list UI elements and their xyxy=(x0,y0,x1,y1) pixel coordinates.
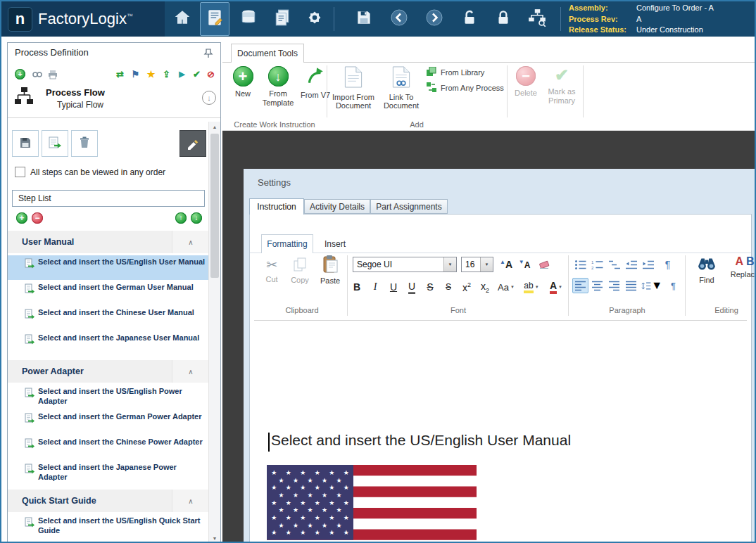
highlight-color-button[interactable]: ab▼ xyxy=(520,278,543,296)
font-family-select[interactable]: Segoe UI ▼ xyxy=(353,257,457,272)
bullet-list-button[interactable] xyxy=(572,257,588,272)
expand-flow-icon[interactable]: ↓ xyxy=(202,91,216,105)
editor-canvas[interactable]: Select and insert the US/English User Ma… xyxy=(250,321,751,543)
star-icon[interactable]: ★ xyxy=(144,68,158,81)
strikethrough-button[interactable]: S xyxy=(422,278,439,296)
step-item[interactable]: Select and insert the German Quick Start… xyxy=(8,539,209,543)
shrink-font-button[interactable]: ▼A xyxy=(516,255,533,274)
pilcrow-button[interactable]: ¶ xyxy=(660,257,676,272)
link-icon[interactable] xyxy=(30,68,44,81)
align-center-button[interactable] xyxy=(589,278,605,293)
chevron-down-icon[interactable]: ▼ xyxy=(480,257,493,272)
export-icon[interactable]: ⇪ xyxy=(160,68,173,81)
replace-button[interactable]: A B Replace xyxy=(726,255,756,279)
collapse-chevron-icon[interactable]: ∧ xyxy=(172,231,209,253)
font-size-select[interactable]: 16 ▼ xyxy=(461,257,493,272)
back-button[interactable] xyxy=(384,5,414,33)
pin-icon[interactable] xyxy=(203,49,213,61)
tab-activity-details[interactable]: Activity Details xyxy=(304,199,370,214)
step-item[interactable]: Select and insert the Chinese Power Adap… xyxy=(8,435,209,460)
save-button[interactable] xyxy=(349,5,379,33)
scroll-down-icon[interactable]: ▼ xyxy=(209,533,220,543)
group-header-user-manual[interactable]: User Manual∧ xyxy=(8,231,209,253)
add-step-icon[interactable]: + xyxy=(16,212,27,224)
print-icon[interactable] xyxy=(46,68,59,81)
tab-insert[interactable]: Insert xyxy=(315,236,355,253)
view-order-checkbox[interactable] xyxy=(15,167,25,177)
clear-formatting-button[interactable] xyxy=(536,255,553,274)
change-case-button[interactable]: Aa▼ xyxy=(495,278,517,296)
align-left-button[interactable] xyxy=(572,278,588,293)
scroll-up-icon[interactable]: ▲ xyxy=(209,122,220,132)
from-any-process-button[interactable]: From Any Process xyxy=(427,82,504,94)
group-header-power-adapter[interactable]: Power Adapter∧ xyxy=(8,360,209,383)
home-button[interactable] xyxy=(168,5,197,33)
delete-instruction-button[interactable]: − Delete xyxy=(511,66,541,98)
move-down-icon[interactable]: ↓ xyxy=(191,212,202,224)
add-icon[interactable]: + xyxy=(15,69,25,79)
step-item[interactable]: Select and insert the US/English Power A… xyxy=(8,385,209,409)
lock-button[interactable] xyxy=(489,5,518,33)
step-item[interactable]: Select and insert the Japanese User Manu… xyxy=(8,331,209,356)
formatting-marks-button[interactable]: ¶ xyxy=(665,278,681,293)
collapse-chevron-icon[interactable]: ∧ xyxy=(172,490,209,512)
process-definition-button[interactable] xyxy=(200,2,229,36)
panel-scrollbar[interactable]: ▲ ▼ xyxy=(208,122,220,543)
step-item[interactable]: Select and insert the German Power Adapt… xyxy=(8,410,209,435)
tab-formatting[interactable]: Formatting xyxy=(261,234,313,253)
ok-icon[interactable]: ✔ xyxy=(190,68,203,81)
from-template-button[interactable]: ↓ From Template xyxy=(258,66,298,107)
grow-font-button[interactable]: ▲A xyxy=(498,255,515,274)
new-instruction-button[interactable]: + New xyxy=(229,66,256,98)
unlock-button[interactable] xyxy=(455,5,484,33)
numbered-list-button[interactable]: 12 xyxy=(589,257,605,272)
copy-button[interactable]: Copy xyxy=(286,257,313,284)
from-library-button[interactable]: From Library xyxy=(427,67,484,78)
tab-part-assignments[interactable]: Part Assignments xyxy=(370,199,448,214)
save-step-button[interactable] xyxy=(12,130,39,157)
view-order-option[interactable]: All steps can be viewed in any order xyxy=(15,167,209,177)
step-item[interactable]: Select and insert the German User Manual xyxy=(8,281,209,305)
remove-step-icon[interactable]: − xyxy=(32,212,43,224)
subscript-button[interactable]: x2 xyxy=(477,278,493,296)
step-item[interactable]: Select and insert the Chinese User Manua… xyxy=(8,306,209,331)
flag-icon[interactable]: ⚑ xyxy=(129,68,142,81)
delete-step-button[interactable] xyxy=(71,130,98,157)
edit-step-button[interactable] xyxy=(179,130,206,157)
chevron-down-icon[interactable]: ▼ xyxy=(443,257,456,272)
link-to-document-button[interactable]: Link To Document xyxy=(379,66,424,110)
process-search-button[interactable] xyxy=(522,5,552,33)
block-icon[interactable]: ⊘ xyxy=(204,68,218,81)
underline-button[interactable]: U xyxy=(385,278,402,296)
double-underline-button[interactable]: U xyxy=(403,278,420,296)
font-color-button[interactable]: A▼ xyxy=(546,278,567,296)
tab-document-tools[interactable]: Document Tools xyxy=(231,44,304,63)
justify-button[interactable] xyxy=(623,278,639,293)
align-right-button[interactable] xyxy=(606,278,622,293)
cut-button[interactable]: ✂ Cut xyxy=(260,257,284,283)
double-strikethrough-button[interactable]: S xyxy=(440,278,457,296)
paste-button[interactable]: Paste xyxy=(316,255,344,285)
move-up-icon[interactable]: ↑ xyxy=(175,212,187,224)
group-header-quick-start-guide[interactable]: Quick Start Guide∧ xyxy=(8,490,209,512)
find-button[interactable]: Find xyxy=(691,255,723,284)
multilevel-list-button[interactable] xyxy=(606,257,622,272)
forward-button[interactable] xyxy=(420,5,449,33)
run-icon[interactable]: ▶ xyxy=(175,68,189,81)
settings-button[interactable] xyxy=(300,5,329,33)
reports-button[interactable] xyxy=(267,5,297,33)
tab-instruction[interactable]: Instruction xyxy=(249,198,304,215)
step-item[interactable]: Select and insert the Japanese Power Ada… xyxy=(8,461,209,485)
collapse-chevron-icon[interactable]: ∧ xyxy=(172,360,209,383)
line-spacing-button[interactable]: ▼ xyxy=(641,278,662,293)
step-item[interactable]: Select and insert the US/English User Ma… xyxy=(8,255,209,280)
step-item[interactable]: Select and insert the US/English Quick S… xyxy=(8,514,209,539)
import-from-document-button[interactable]: Import From Document xyxy=(331,66,376,110)
increase-indent-button[interactable] xyxy=(640,257,656,272)
italic-button[interactable]: I xyxy=(367,278,384,296)
bold-button[interactable]: B xyxy=(348,278,365,296)
sync-icon[interactable]: ⇄ xyxy=(113,68,127,81)
export-step-button[interactable] xyxy=(42,130,68,157)
scrollbar-thumb[interactable] xyxy=(210,134,219,278)
decrease-indent-button[interactable] xyxy=(623,257,639,272)
